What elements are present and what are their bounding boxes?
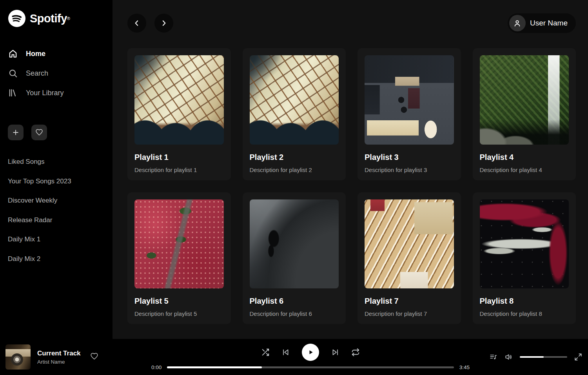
track-title: Current Track xyxy=(37,350,81,357)
sidebar-item-label: Search xyxy=(26,69,48,78)
playlist-cover-image xyxy=(480,199,569,289)
sidebar-playlist-list: Liked Songs Your Top Songs 2023 Discover… xyxy=(8,152,105,268)
playlist-description: Description for playlist 6 xyxy=(250,310,339,317)
playlist-cover-image xyxy=(134,55,224,145)
playlist-cover-image xyxy=(250,199,339,289)
main-header: User Name xyxy=(127,13,576,33)
volume-fill xyxy=(520,356,544,358)
playlist-card-3[interactable]: Playlist 3 Description for playlist 3 xyxy=(358,48,461,180)
app-shell: Spotify® Home Search Your Library xyxy=(0,0,588,339)
fullscreen-button[interactable] xyxy=(574,353,583,361)
player-right xyxy=(470,353,583,361)
play-button[interactable] xyxy=(302,344,319,361)
playlist-grid: Playlist 1 Description for playlist 1 Pl… xyxy=(127,48,576,324)
sidebar-playlist-discover-weekly[interactable]: Discover Weekly xyxy=(8,191,105,210)
playlist-cover-image xyxy=(365,199,454,289)
progress-bar[interactable] xyxy=(167,366,454,368)
shuffle-button[interactable] xyxy=(261,348,270,357)
main-content: User Name Playlist 1 Description for pla… xyxy=(113,0,588,339)
spotify-logo-icon xyxy=(8,9,26,27)
logo-registered-mark: ® xyxy=(67,16,70,20)
sidebar-playlist-top-songs[interactable]: Your Top Songs 2023 xyxy=(8,172,105,191)
playlist-title: Playlist 8 xyxy=(480,297,569,306)
playlist-card-7[interactable]: Playlist 7 Description for playlist 7 xyxy=(358,192,461,324)
sidebar-playlist-daily-mix-1[interactable]: Daily Mix 1 xyxy=(8,230,105,249)
next-track-button[interactable] xyxy=(331,348,339,357)
liked-songs-button[interactable] xyxy=(31,125,47,140)
back-button[interactable] xyxy=(127,14,146,33)
sidebar-item-home[interactable]: Home xyxy=(8,44,105,63)
playlist-card-2[interactable]: Playlist 2 Description for playlist 2 xyxy=(243,48,346,180)
user-name-label: User Name xyxy=(530,19,568,27)
now-playing: Current Track Artist Name xyxy=(5,344,151,370)
playlist-description: Description for playlist 3 xyxy=(365,167,454,173)
sidebar-playlist-daily-mix-2[interactable]: Daily Mix 2 xyxy=(8,249,105,269)
spotify-logo: Spotify® xyxy=(8,9,105,27)
playlist-card-4[interactable]: Playlist 4 Description for playlist 4 xyxy=(473,48,576,180)
total-time-label: 3:45 xyxy=(459,364,470,370)
playlist-card-6[interactable]: Playlist 6 Description for playlist 6 xyxy=(243,192,346,324)
volume-icon xyxy=(505,353,513,361)
progress-row: 0:00 3:45 xyxy=(151,364,470,370)
playlist-description: Description for playlist 5 xyxy=(134,310,224,317)
queue-button[interactable] xyxy=(489,353,498,361)
playlist-description: Description for playlist 4 xyxy=(480,167,569,173)
chevron-right-icon xyxy=(160,19,168,27)
playlist-title: Playlist 7 xyxy=(365,297,454,306)
playlist-description: Description for playlist 8 xyxy=(480,310,569,317)
fullscreen-icon xyxy=(574,353,583,361)
logo-wordmark: Spotify® xyxy=(30,12,70,25)
playlist-title: Playlist 1 xyxy=(134,153,224,162)
sidebar-item-label: Your Library xyxy=(26,89,64,97)
repeat-button[interactable] xyxy=(351,348,360,357)
queue-icon xyxy=(489,353,498,361)
playlist-cover-image xyxy=(134,199,224,289)
play-icon xyxy=(306,348,315,357)
playlist-title: Playlist 6 xyxy=(250,297,339,306)
chevron-left-icon xyxy=(133,19,141,27)
player-center: 0:00 3:45 xyxy=(151,344,470,370)
playlist-description: Description for playlist 2 xyxy=(250,167,339,173)
playlist-cover-image xyxy=(250,55,339,145)
playlist-description: Description for playlist 1 xyxy=(134,167,224,173)
sidebar-item-your-library[interactable]: Your Library xyxy=(8,83,105,103)
like-track-button[interactable] xyxy=(90,352,98,362)
sidebar-nav: Home Search Your Library xyxy=(8,44,105,103)
playlist-card-8[interactable]: Playlist 8 Description for playlist 8 xyxy=(473,192,576,324)
playlist-description: Description for playlist 7 xyxy=(365,310,454,317)
sidebar-actions xyxy=(8,125,105,140)
skip-forward-icon xyxy=(331,348,339,357)
track-info: Current Track Artist Name xyxy=(37,350,81,365)
previous-track-button[interactable] xyxy=(281,348,290,357)
playlist-title: Playlist 3 xyxy=(365,153,454,162)
user-icon xyxy=(513,19,522,28)
forward-button[interactable] xyxy=(154,14,173,33)
transport-controls xyxy=(261,344,360,361)
create-playlist-button[interactable] xyxy=(8,125,24,140)
logo-text: Spotify xyxy=(30,12,67,25)
volume-button[interactable] xyxy=(505,353,513,361)
history-nav xyxy=(127,14,173,33)
playlist-title: Playlist 2 xyxy=(250,153,339,162)
sidebar-playlist-liked-songs[interactable]: Liked Songs xyxy=(8,152,105,172)
sidebar-item-search[interactable]: Search xyxy=(8,63,105,83)
playlist-title: Playlist 5 xyxy=(134,297,224,306)
playlist-cover-image xyxy=(365,55,454,145)
sidebar: Spotify® Home Search Your Library xyxy=(0,0,113,339)
home-icon xyxy=(8,49,18,59)
playlist-card-5[interactable]: Playlist 5 Description for playlist 5 xyxy=(127,192,231,324)
sidebar-playlist-release-radar[interactable]: Release Radar xyxy=(8,210,105,230)
library-icon xyxy=(8,88,18,98)
heart-icon xyxy=(90,352,98,361)
user-menu-button[interactable]: User Name xyxy=(508,13,576,33)
shuffle-icon xyxy=(261,348,270,357)
playlist-card-1[interactable]: Playlist 1 Description for playlist 1 xyxy=(127,48,231,180)
volume-slider[interactable] xyxy=(520,356,567,358)
skip-back-icon xyxy=(281,348,290,357)
track-artist: Artist Name xyxy=(37,359,81,365)
player-bar: Current Track Artist Name xyxy=(0,339,588,375)
search-icon xyxy=(8,68,18,78)
repeat-icon xyxy=(351,348,360,357)
playlist-title: Playlist 4 xyxy=(480,153,569,162)
album-art xyxy=(5,344,31,370)
